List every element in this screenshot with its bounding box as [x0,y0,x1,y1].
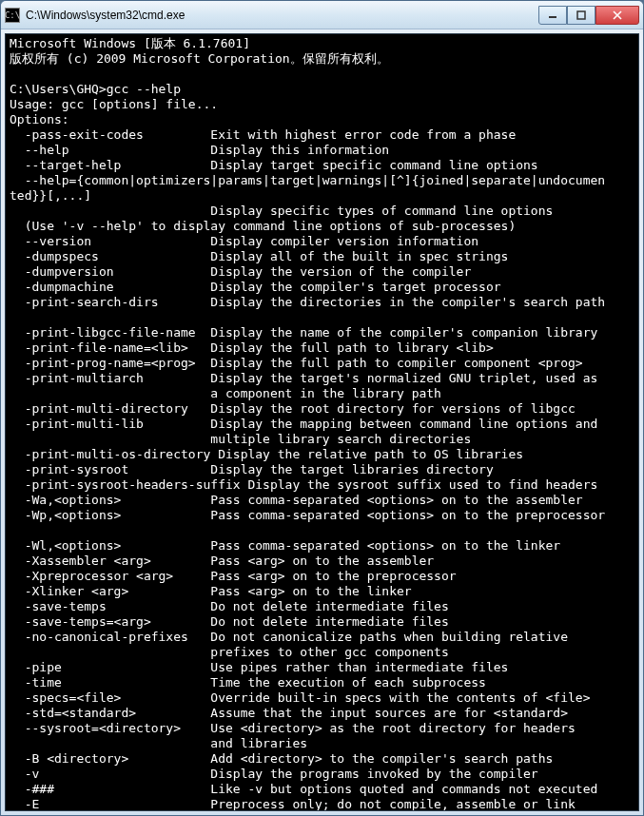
console-line: Microsoft Windows [版本 6.1.7601] [10,36,634,51]
console-line: (Use '-v --help' to display command line… [10,219,634,234]
console-line: -save-temps=<arg> Do not delete intermed… [10,614,634,630]
console-line: -dumpspecs Display all of the built in s… [10,249,634,264]
console-line: -Xlinker <arg> Pass <arg> on to the link… [10,584,634,599]
console-line: -print-file-name=<lib> Display the full … [10,340,634,356]
console-line: -pipe Use pipes rather than intermediate… [10,660,634,675]
console-line: -print-multi-directory Display the root … [10,401,634,417]
console-line: a component in the library path [10,386,634,401]
console-line [10,310,634,325]
console-line: -Wl,<options> Pass comma-separated <opti… [10,538,634,554]
console-line: -print-multi-lib Display the mapping bet… [10,417,634,432]
console-line: -v Display the programs invoked by the c… [10,767,634,782]
console-line: -Wp,<options> Pass comma-separated <opti… [10,508,634,523]
console-line: multiple library search directories [10,432,634,447]
console-line: --help Display this information [10,143,634,158]
console-line: ted}}[,...] [10,188,634,204]
console-line: -pass-exit-codes Exit with highest error… [10,127,634,143]
console-line: Options: [10,112,634,127]
console-line: 版权所有 (c) 2009 Microsoft Corporation。保留所有… [10,51,634,67]
console-line: prefixes to other gcc components [10,645,634,660]
console-line: -print-prog-name=<prog> Display the full… [10,356,634,371]
console-line [10,523,634,538]
titlebar[interactable]: C:\ C:\Windows\system32\cmd.exe [1,1,643,29]
console-line: -print-multiarch Display the target's no… [10,371,634,386]
console-line: -Wa,<options> Pass comma-separated <opti… [10,493,634,508]
console-line: -print-sysroot Display the target librar… [10,462,634,477]
console-line: --help={common|optimizers|params|target|… [10,173,634,188]
console-line: -print-libgcc-file-name Display the name… [10,325,634,340]
console-line: C:\Users\GHQ>gcc --help [10,82,634,97]
console-line: -no-canonical-prefixes Do not canonicali… [10,630,634,645]
console-line: -print-search-dirs Display the directori… [10,295,634,310]
window-title: C:\Windows\system32\cmd.exe [26,9,538,22]
console-line: -B <directory> Add <directory> to the co… [10,751,634,767]
console-line: -E Preprocess only; do not compile, asse… [10,797,634,811]
console-line: --sysroot=<directory> Use <directory> as… [10,721,634,736]
window-controls [538,6,639,25]
console-line: -print-sysroot-headers-suffix Display th… [10,477,634,493]
console-line: Usage: gcc [options] file... [10,97,634,112]
minimize-button[interactable] [538,6,567,25]
console-line: --target-help Display target specific co… [10,158,634,173]
console-line: -dumpversion Display the version of the … [10,264,634,280]
console-line: -std=<standard> Assume that the input so… [10,706,634,721]
console-line: -time Time the execution of each subproc… [10,675,634,690]
console-line: --version Display compiler version infor… [10,234,634,249]
close-button[interactable] [595,6,639,25]
svg-rect-1 [577,11,585,19]
cmd-icon: C:\ [5,8,20,23]
console-line: -Xassembler <arg> Pass <arg> on to the a… [10,554,634,569]
console-line [10,67,634,82]
maximize-button[interactable] [567,6,595,25]
console-line: -Xpreprocessor <arg> Pass <arg> on to th… [10,569,634,584]
cmd-window: C:\ C:\Windows\system32\cmd.exe Microsof… [0,0,644,816]
console-line: -print-multi-os-directory Display the re… [10,447,634,462]
console-line: -save-temps Do not delete intermediate f… [10,599,634,614]
console-line: -specs=<file> Override built-in specs wi… [10,690,634,706]
console-line: and libraries [10,736,634,751]
console-line: -### Like -v but options quoted and comm… [10,782,634,797]
console-output[interactable]: Microsoft Windows [版本 6.1.7601]版权所有 (c) … [5,33,639,811]
console-line: Display specific types of command line o… [10,204,634,219]
console-line: -dumpmachine Display the compiler's targ… [10,280,634,295]
